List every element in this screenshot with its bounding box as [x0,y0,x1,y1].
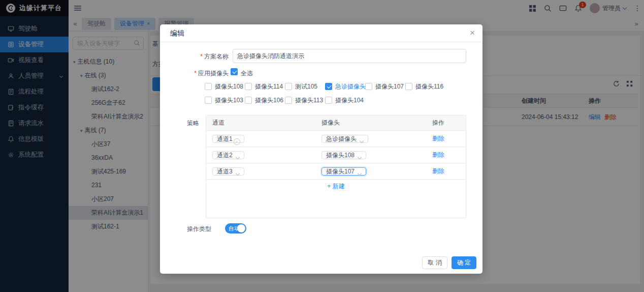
operation-type-switch[interactable]: 自动 [225,223,246,233]
camera-select-focused[interactable]: 摄像头107 [321,167,366,176]
camera-option[interactable]: 摄像头113 [285,96,325,105]
modal-header: 编辑 × [160,24,482,42]
camera-option[interactable]: 摄像头116 [405,82,445,91]
scheme-name-input[interactable] [233,49,466,63]
operation-type-label: 操作类型 [187,225,211,233]
camera-option-checked[interactable]: 急诊摄像头 [325,82,365,91]
strategy-label: 策略 [187,119,199,128]
channel-select[interactable]: 通道3 [212,167,244,176]
close-icon[interactable]: × [470,28,475,38]
clear-icon[interactable]: × [234,138,240,143]
cancel-button[interactable]: 取 消 [422,256,447,269]
chevron-down-icon [235,155,239,159]
camera-option[interactable]: 摄像头106 [245,96,285,105]
chevron-down-icon [358,171,362,175]
select-all-label: 全选 [241,69,253,78]
camera-option[interactable]: 摄像头108 [205,82,245,91]
channel-select[interactable]: 通道2 [212,151,244,159]
switch-knob [237,224,245,232]
camera-select[interactable]: 急诊摄像头 [321,135,368,143]
row-delete-link[interactable]: 删除 [432,135,444,142]
apply-cameras-label: 应用摄像头 [160,69,229,78]
screen: 边缘计算平台 1 管理员 ⋮ [0,0,644,292]
add-row-button[interactable]: + 新建 [206,179,466,192]
strategy-table: 通道 摄像头 操作 通道1× 急诊摄像头 删除 通道2 摄像头108 删除 通道… [206,115,466,218]
camera-option[interactable]: 摄像头114 [245,82,285,91]
modal-footer: 取 消 确 定 [422,256,476,269]
column-action: 操作 [426,115,466,130]
strategy-row: 通道3 摄像头107 删除 [206,163,466,179]
channel-select[interactable]: 通道1× [212,135,244,143]
scheme-name-label: 方案名称 [160,52,229,61]
strategy-table-header: 通道 摄像头 操作 [206,115,466,130]
strategy-row: 通道2 摄像头108 删除 [206,147,466,163]
modal-title: 编辑 [170,24,184,42]
chevron-down-icon [235,171,239,175]
column-camera: 摄像头 [315,115,426,130]
camera-option[interactable]: 测试105 [285,82,325,91]
camera-option[interactable]: 摄像头104 [325,96,365,105]
confirm-button[interactable]: 确 定 [452,256,476,269]
column-channel: 通道 [206,115,315,130]
select-all-checkbox[interactable] [231,68,238,75]
chevron-down-icon [360,138,364,142]
strategy-row: 通道1× 急诊摄像头 删除 [206,130,466,147]
edit-modal: 编辑 × 方案名称 应用摄像头 全选 摄像头108 摄像头114 测试105 急… [160,24,482,274]
row-delete-link[interactable]: 删除 [432,151,444,158]
camera-option[interactable]: 摄像头103 [205,96,245,105]
camera-option[interactable]: 摄像头107 [365,82,405,91]
camera-options-grid: 摄像头108 摄像头114 测试105 急诊摄像头 摄像头107 摄像头116 … [205,82,445,105]
camera-select[interactable]: 摄像头108 [321,151,366,159]
row-delete-link[interactable]: 删除 [432,167,444,174]
chevron-down-icon [358,155,362,159]
